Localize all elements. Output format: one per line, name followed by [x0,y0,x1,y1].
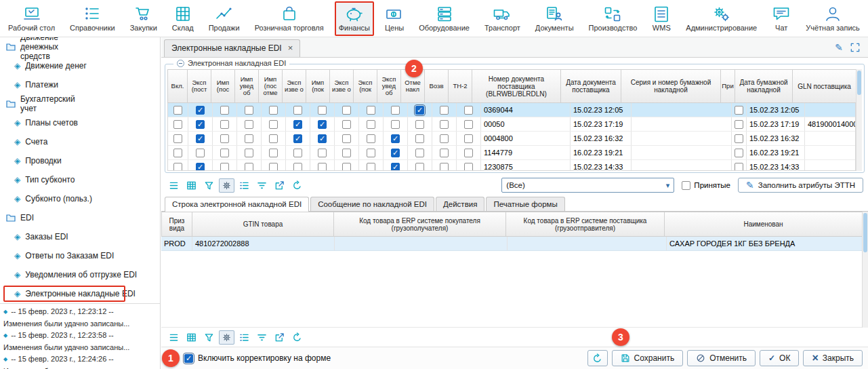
row-checkbox[interactable] [367,149,375,157]
column-header[interactable]: Имп (пос отме [258,69,283,103]
scrollbar-thumb[interactable] [857,71,861,95]
filter-icon[interactable] [201,178,217,193]
topbar-item-equipment[interactable]: Оборудование [415,1,474,36]
topbar-item-sales[interactable]: Продажи [205,1,244,36]
column-header[interactable]: Серия и номер бумажной накладной [621,69,721,103]
numbered-list-icon[interactable] [236,330,252,345]
row-checkbox[interactable] [293,120,302,129]
row-checkbox[interactable] [440,134,449,143]
row-checkbox[interactable] [220,120,229,129]
row-checkbox[interactable] [196,149,205,157]
row-checkbox[interactable] [269,163,278,172]
sidebar-item-chart-of-accounts[interactable]: Планы счетов [0,113,142,132]
topbar-item-purchases[interactable]: Закупки [126,1,161,36]
invoice-row[interactable]: 036904415.02.23 12:0515.02.23 12:05 [168,103,855,117]
row-checkbox[interactable] [367,120,375,129]
invoice-row[interactable]: 0005015.02.23 17:1915.02.23 17:194819000… [168,117,855,132]
ok-button[interactable]: ОК [760,350,799,366]
sidebar-item-edi-orders[interactable]: Заказы EDI [0,227,142,246]
row-checkbox[interactable] [196,134,205,143]
sidebar-item-subconto-user[interactable]: Субконто (польз.) [0,189,142,208]
column-header[interactable]: Эксп (пок [353,69,377,103]
column-header[interactable]: Наименован [664,212,862,237]
row-checkbox[interactable] [220,134,229,143]
invoice-row[interactable]: 114477916.02.23 19:2116.02.23 19:21 [168,146,855,160]
sidebar-item-postings[interactable]: Проводки [0,151,142,170]
row-checkbox[interactable] [173,134,182,143]
row-checkbox[interactable] [735,120,743,129]
row-checkbox[interactable] [415,149,424,157]
export-icon[interactable] [272,330,287,345]
row-checkbox[interactable] [245,106,253,115]
column-header[interactable]: Эксп (пост [187,69,211,103]
row-checkbox[interactable] [196,163,205,172]
column-header[interactable]: Возв [424,69,449,103]
row-checkbox[interactable] [440,106,449,115]
sidebar-item-edi[interactable]: EDI [0,208,31,227]
row-checkbox[interactable] [196,106,205,115]
row-checkbox[interactable] [735,134,743,143]
row-checkbox[interactable] [173,106,182,115]
row-checkbox[interactable] [391,106,400,115]
tab-actions[interactable]: Действия [436,197,484,211]
row-checkbox[interactable] [220,149,229,157]
row-checkbox[interactable] [735,106,743,115]
collapse-icon[interactable] [177,60,184,67]
sidebar-item-money-movement[interactable]: Движение денег [0,56,142,75]
column-header[interactable]: Код товара в ERP системе поставщика (гру… [505,212,665,237]
row-checkbox[interactable] [293,134,302,143]
accepted-filter[interactable]: Принятые [682,181,730,190]
topbar-item-production[interactable]: Производство [585,1,642,36]
tab-edi-invoices[interactable]: Электронные накладные EDI [164,39,300,57]
row-checkbox[interactable] [245,149,253,157]
row-checkbox[interactable] [293,163,302,172]
row-checkbox[interactable] [415,134,424,143]
close-icon[interactable] [288,43,293,53]
tab-invoice-line[interactable]: Строка электронной накладной EDI [165,197,309,212]
column-header[interactable]: Приз вида [161,212,192,237]
column-header[interactable]: Код товара в ERP системе покупателя (гру… [333,212,506,237]
filter-lines-icon[interactable] [254,330,270,345]
line-row[interactable]: PROD 4810272002888 САХАР ГОРОДЕЯ 1КГ БЕЗ… [161,237,862,251]
refresh-icon[interactable] [289,330,305,345]
row-checkbox[interactable] [318,163,327,172]
filter-dropdown[interactable]: (Все) [501,178,674,193]
close-button[interactable]: Закрыть [803,350,863,366]
filter-icon[interactable] [201,330,217,345]
row-checkbox[interactable] [318,120,327,129]
row-checkbox[interactable] [440,120,449,129]
topbar-item-desktop[interactable]: Рабочий стол [4,1,59,36]
sidebar-item-cash-flow[interactable]: Движение денежных средств [0,37,31,56]
row-checkbox[interactable] [196,120,205,129]
row-checkbox[interactable] [342,106,351,115]
row-checkbox[interactable] [735,149,743,157]
topbar-item-documents[interactable]: Документы [531,1,578,36]
row-checkbox[interactable] [367,163,375,172]
row-checkbox[interactable] [440,163,449,172]
save-button[interactable]: Сохранить [612,350,684,366]
table-view-icon[interactable] [184,178,199,193]
scrollbar-thumb[interactable] [863,213,867,252]
fill-ettn-attributes-button[interactable]: Заполнить атрибуты ЭТТН [738,178,863,193]
row-checkbox[interactable] [367,106,375,115]
topbar-item-warehouse[interactable]: Склад [168,1,198,36]
row-checkbox[interactable] [415,120,424,129]
row-checkbox[interactable] [245,120,253,129]
sidebar-item-edi-invoices[interactable]: Электронные накладные EDI [0,284,142,303]
row-checkbox[interactable] [391,120,400,129]
column-header[interactable]: Дата документа поставщика [560,69,621,103]
vertical-scrollbar[interactable] [856,69,862,171]
row-checkbox[interactable] [391,149,400,157]
correction-checkbox[interactable] [184,354,193,363]
row-checkbox[interactable] [173,163,182,172]
edit-icon[interactable] [835,41,843,54]
column-header[interactable]: Дата бумажной накладной [735,69,793,103]
row-checkbox[interactable] [269,149,278,157]
row-checkbox[interactable] [318,106,327,115]
tab-print-forms[interactable]: Печатные формы [486,197,564,211]
row-checkbox[interactable] [293,149,302,157]
cancel-button[interactable]: Отменить [687,350,756,366]
column-header[interactable]: Имп (пос [211,69,235,103]
gear-icon[interactable] [219,178,234,193]
column-header[interactable]: При [720,69,735,103]
